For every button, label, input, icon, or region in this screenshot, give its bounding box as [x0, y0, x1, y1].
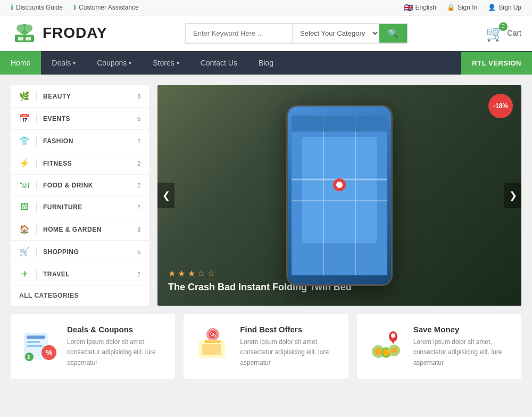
nav-item-deals[interactable]: Deals ▾ [41, 51, 86, 75]
svg-point-33 [375, 348, 382, 355]
save-feature-title: Save Money [413, 325, 511, 334]
beauty-icon: 🌿 [19, 91, 30, 101]
offers-feature-title: Find Best Offers [240, 325, 337, 334]
sidebar-item-fashion[interactable]: 👕 FASHION 2 [11, 130, 149, 152]
sidebar-shopping-count: 5 [137, 249, 140, 255]
feature-card-offers: % OFFER Find Best Offers Lorem ipsum dol… [184, 314, 348, 379]
customer-assistance-link[interactable]: ℹ Customer Assistance [73, 3, 139, 12]
nav-stores-label: Stores [153, 59, 174, 67]
nav-item-contact[interactable]: Contact Us [190, 51, 248, 75]
save-feature-text: Save Money Lorem ipsum dolor sit amet, c… [413, 325, 511, 368]
sidebar-shopping-label: SHOPPING [43, 248, 131, 256]
events-icon: 📅 [19, 113, 30, 124]
deals-feature-text: Deals & Coupons Lorem ipsum dolor sit am… [67, 325, 164, 368]
main-content: 🌿 BEAUTY 3 📅 EVENTS 5 👕 FASHION 2 ⚡ FIT [0, 75, 532, 389]
nav: Home Deals ▾ Coupons ▾ Stores ▾ Contact … [0, 51, 532, 75]
deals-feature-title: Deals & Coupons [67, 325, 164, 334]
sidebar-item-travel[interactable]: ✈ TRAVEL 2 [11, 263, 149, 285]
sidebar-item-beauty[interactable]: 🌿 BEAUTY 3 [11, 85, 149, 108]
search-bar: Select Your Category 🔍 [185, 23, 408, 44]
sidebar-item-fitness[interactable]: ⚡ FITNESS 2 [11, 152, 149, 175]
sidebar-home-count: 3 [137, 226, 140, 233]
cart-area[interactable]: 🛒 0 Cart [486, 24, 521, 42]
sidebar-fitness-label: FITNESS [43, 160, 131, 167]
svg-point-34 [383, 349, 389, 356]
sidebar-furniture-label: FURNITURE [43, 203, 131, 211]
sidebar: 🌿 BEAUTY 3 📅 EVENTS 5 👕 FASHION 2 ⚡ FIT [11, 85, 149, 306]
search-button[interactable]: 🔍 [379, 24, 407, 43]
svg-point-1 [16, 24, 24, 32]
sidebar-divider-3 [36, 136, 37, 146]
phone-illustration [286, 105, 393, 286]
flag-icon: 🇬🇧 [404, 3, 413, 12]
svg-marker-38 [391, 340, 395, 344]
logo-svg-icon [11, 22, 38, 44]
svg-text:%: % [46, 348, 53, 357]
sidebar-divider-1 [36, 92, 37, 101]
fashion-icon: 👕 [19, 136, 30, 146]
logo-text: FRODAY [43, 24, 107, 42]
nav-item-stores[interactable]: Stores ▾ [142, 51, 189, 75]
sidebar-item-home-garden[interactable]: 🏠 HOME & GARDEN 3 [11, 218, 149, 241]
sidebar-item-food-drink[interactable]: 🍽 FOOD & DRINK 2 [11, 175, 149, 197]
svg-rect-24 [202, 344, 221, 355]
coupons-arrow-icon: ▾ [129, 60, 131, 66]
search-input[interactable] [186, 24, 292, 43]
user-icon: 👤 [488, 4, 496, 11]
star-3: ★ [188, 269, 195, 278]
nav-contact-label: Contact Us [201, 59, 237, 67]
deals-arrow-icon: ▾ [73, 60, 76, 66]
search-icon: 🔍 [388, 29, 398, 38]
sidebar-divider-8 [36, 247, 37, 257]
svg-rect-5 [26, 37, 31, 40]
prev-arrow-icon: ❮ [162, 190, 170, 201]
svg-rect-16 [27, 336, 45, 339]
slider-next-button[interactable]: ❯ [504, 183, 521, 208]
svg-rect-3 [15, 35, 34, 42]
svg-point-13 [336, 182, 343, 188]
sidebar-beauty-label: BEAUTY [43, 93, 131, 100]
sidebar-item-furniture[interactable]: 🖼 FURNITURE 2 [11, 197, 149, 218]
nav-deals-label: Deals [52, 59, 71, 67]
map-svg [292, 116, 387, 275]
svg-point-2 [25, 24, 32, 32]
shopping-icon: 🛒 [19, 247, 30, 257]
svg-text:OFFER: OFFER [206, 339, 220, 344]
sidebar-divider-4 [36, 159, 37, 168]
offers-feature-text: Find Best Offers Lorem ipsum dolor sit a… [240, 325, 337, 368]
nav-item-coupons[interactable]: Coupons ▾ [86, 51, 142, 75]
category-select[interactable]: Select Your Category [292, 24, 379, 43]
svg-rect-17 [27, 341, 40, 343]
sidebar-item-shopping[interactable]: 🛒 SHOPPING 5 [11, 241, 149, 263]
sidebar-travel-label: TRAVEL [43, 271, 131, 278]
info-icon-1: ℹ [11, 3, 13, 12]
next-arrow-icon: ❯ [509, 190, 517, 201]
sidebar-travel-count: 2 [137, 271, 140, 277]
sidebar-item-events[interactable]: 📅 EVENTS 5 [11, 108, 149, 130]
star-1: ★ [168, 269, 176, 278]
deals-feature-desc: Lorem ipsum dolor sit amet, consectetur … [67, 337, 164, 368]
all-categories-link[interactable]: ALL CATEGORIES [11, 285, 149, 306]
sidebar-fitness-count: 2 [137, 160, 140, 167]
rtl-version-button[interactable]: RTL VERSION [461, 52, 532, 75]
nav-item-home[interactable]: Home [0, 51, 41, 75]
discounts-guide-link[interactable]: ℹ Discounts Guide [11, 3, 63, 12]
nav-item-blog[interactable]: Blog [248, 51, 284, 75]
slider-prev-button[interactable]: ❮ [157, 183, 174, 208]
language-selector[interactable]: 🇬🇧 English [404, 3, 436, 12]
cart-label: Cart [508, 29, 521, 37]
sidebar-divider-7 [36, 225, 37, 234]
svg-text:%: % [210, 331, 216, 339]
cart-badge: 0 [499, 22, 508, 31]
logo[interactable]: FRODAY [11, 22, 107, 44]
feature-card-save: Save Money Lorem ipsum dolor sit amet, c… [357, 314, 521, 379]
sign-in-label: Sign In [458, 4, 477, 11]
furniture-icon: 🖼 [19, 202, 30, 212]
sign-up-link[interactable]: 👤 Sign Up [488, 4, 521, 11]
svg-point-35 [391, 347, 397, 354]
deals-feature-icon: % $ [21, 325, 59, 368]
sign-in-link[interactable]: 🔒 Sign In [447, 4, 477, 11]
sidebar-divider-5 [36, 181, 37, 190]
rtl-version-label: RTL VERSION [472, 59, 521, 67]
star-4: ☆ [197, 269, 205, 278]
